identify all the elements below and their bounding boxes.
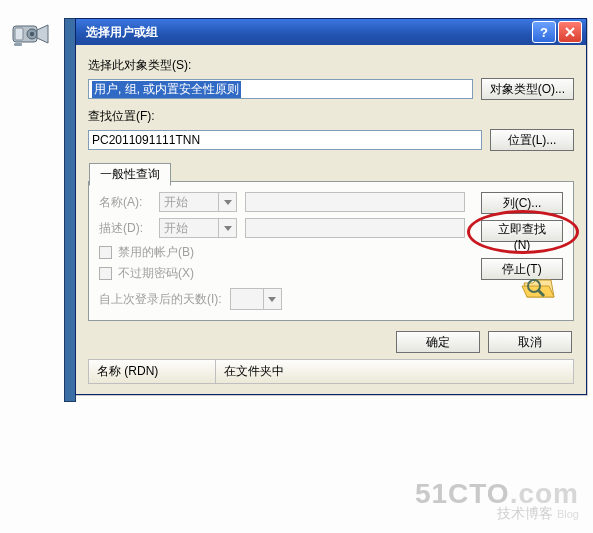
query-tabs: 一般性查询 名称(A): 开始 描述(D): [88, 181, 574, 321]
disabled-accounts-checkbox[interactable] [99, 246, 112, 259]
name-input[interactable] [245, 192, 465, 212]
desc-mode-combo[interactable]: 开始 [159, 218, 237, 238]
col-folder[interactable]: 在文件夹中 [216, 360, 573, 383]
help-button[interactable]: ? [532, 21, 556, 43]
find-now-button[interactable]: 立即查找(N) [481, 220, 563, 242]
chevron-down-icon [218, 219, 236, 237]
tab-general-query[interactable]: 一般性查询 [89, 163, 171, 186]
svg-point-3 [30, 32, 34, 36]
object-type-label: 选择此对象类型(S): [88, 57, 574, 74]
search-folder-icon [521, 273, 559, 306]
name-label: 名称(A): [99, 194, 159, 211]
ok-button[interactable]: 确定 [396, 331, 480, 353]
disabled-accounts-label: 禁用的帐户(B) [118, 244, 194, 261]
dialog-title: 选择用户或组 [80, 24, 530, 41]
desc-input[interactable] [245, 218, 465, 238]
col-name[interactable]: 名称 (RDN) [89, 360, 216, 383]
results-header: 名称 (RDN) 在文件夹中 [88, 359, 574, 384]
days-combo[interactable] [230, 288, 282, 310]
locations-button[interactable]: 位置(L)... [490, 129, 574, 151]
object-type-field[interactable]: 用户, 组, 或内置安全性原则 [88, 79, 473, 99]
svg-rect-1 [15, 28, 23, 40]
watermark: 51CTO.com 技术博客 Blog [415, 481, 579, 523]
location-label: 查找位置(F): [88, 108, 574, 125]
chevron-down-icon [218, 193, 236, 211]
days-label: 自上次登录后的天数(I): [99, 291, 222, 308]
no-expire-label: 不过期密码(X) [118, 265, 194, 282]
desc-label: 描述(D): [99, 220, 159, 237]
svg-rect-4 [14, 43, 22, 46]
close-button[interactable] [558, 21, 582, 43]
location-value: PC2011091111TNN [92, 133, 200, 147]
object-type-value: 用户, 组, 或内置安全性原则 [92, 81, 241, 98]
chevron-down-icon [263, 289, 281, 309]
name-mode-combo[interactable]: 开始 [159, 192, 237, 212]
camcorder-icon [10, 18, 52, 50]
titlebar[interactable]: 选择用户或组 ? [76, 19, 586, 45]
object-types-button[interactable]: 对象类型(O)... [481, 78, 574, 100]
close-icon [564, 26, 576, 38]
location-field[interactable]: PC2011091111TNN [88, 130, 482, 150]
no-expire-checkbox[interactable] [99, 267, 112, 280]
cancel-button[interactable]: 取消 [488, 331, 572, 353]
columns-button[interactable]: 列(C)... [481, 192, 563, 214]
select-users-dialog: 选择用户或组 ? 选择此对象类型(S): 用户, 组, 或内置安全性原则 对象类… [75, 18, 587, 395]
